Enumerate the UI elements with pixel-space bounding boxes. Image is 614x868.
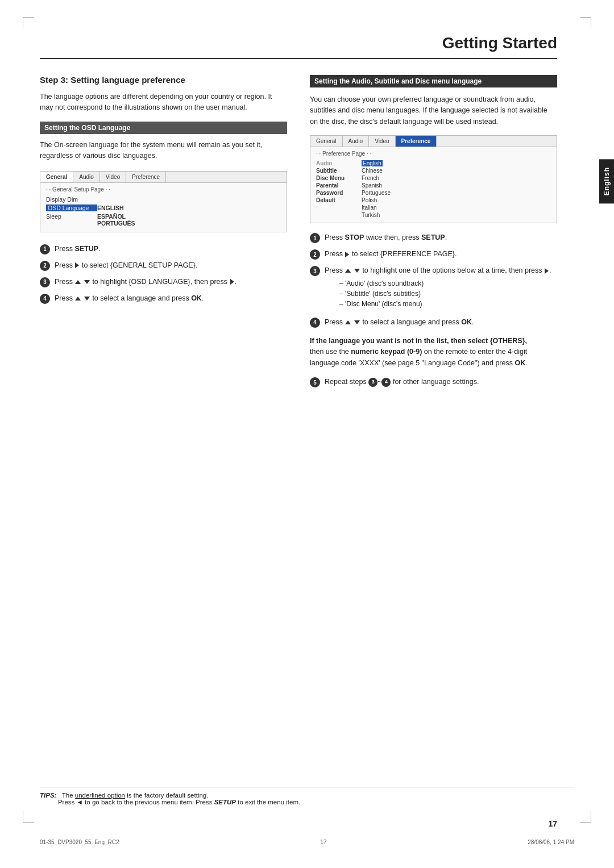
pref-parental-label: Parental — [316, 182, 362, 189]
step-ref-3: 3 — [368, 378, 377, 387]
tab-audio: Audio — [73, 172, 100, 182]
page-number: 17 — [548, 819, 557, 828]
underline-option: underlined option — [75, 792, 125, 799]
left-menu-page-label: · · General Setup Page · · — [46, 186, 281, 193]
pref-row-password: Password Portuguese — [316, 190, 551, 196]
pref-subtitle-value: Chinese — [362, 168, 383, 174]
step-ref-4: 4 — [381, 378, 391, 387]
right-step-number-5: 5 — [310, 377, 320, 387]
right-step-2: 2 Press to select {PREFERENCE PAGE}. — [310, 249, 557, 260]
left-steps: 1 Press SETUP. 2 Press to select {GENERA… — [40, 244, 287, 304]
pref-empty-label-1 — [316, 205, 362, 211]
english-tab: English — [599, 159, 614, 203]
left-column: Step 3: Setting language preference The … — [40, 75, 287, 393]
pref-turkish-value: Turkish — [362, 212, 380, 218]
tips-label: TIPS: — [40, 792, 56, 799]
right-step-text-5: Repeat steps 3~4 for other language sett… — [325, 377, 557, 387]
left-menu-row-osd: OSD Language ENGLISH — [46, 205, 281, 211]
pref-disc-menu-label: Disc Menu — [316, 175, 362, 181]
pref-audio-value: English — [362, 160, 383, 166]
left-menu-tabs: General Audio Video Preference — [40, 172, 287, 183]
right-menu-tabs: General Audio Video Preference — [310, 136, 557, 147]
step-text-1: Press SETUP. — [55, 244, 287, 254]
main-content: Step 3: Setting language preference The … — [40, 75, 557, 393]
tips-section: TIPS: The underlined option is the facto… — [40, 787, 574, 806]
right-step-text-2: Press to select {PREFERENCE PAGE}. — [325, 249, 557, 260]
step-text-4: Press to select a language and press OK. — [55, 293, 287, 304]
left-step-4: 4 Press to select a language and press O… — [40, 293, 287, 304]
pref-row-audio: Audio English — [316, 160, 551, 166]
right-step-number-2: 2 — [310, 249, 320, 260]
left-intro-text: The language options are different depen… — [40, 91, 287, 114]
page: English Getting Started Step 3: Setting … — [0, 0, 614, 868]
right-step-text-1: Press STOP twice then, press SETUP. — [325, 232, 557, 243]
footer-left: 01-35_DVP3020_55_Eng_RC2 — [40, 839, 119, 845]
corner-tr — [580, 17, 591, 28]
corner-tl — [23, 17, 34, 28]
left-setup-menu: General Audio Video Preference · · Gener… — [40, 171, 287, 232]
left-menu-row-display: Display Dim — [46, 196, 281, 203]
pref-row-disc-menu: Disc Menu French — [316, 175, 551, 181]
right-section-heading: Setting the Audio, Subtitle and Disc men… — [310, 75, 557, 87]
right-intro-text: You can choose your own preferred langua… — [310, 94, 557, 127]
left-step-1: 1 Press SETUP. — [40, 244, 287, 254]
left-menu-body: · · General Setup Page · · Display Dim O… — [40, 183, 287, 232]
info-heading: If the language you want is not in the l… — [310, 337, 527, 345]
step-number-3: 3 — [40, 277, 50, 287]
display-dim-label: Display Dim — [46, 196, 97, 203]
bullet-disc-menu: 'Disc Menu' (disc's menu) — [339, 299, 557, 309]
corner-bl — [23, 811, 34, 823]
right-step5-list: 5 Repeat steps 3~4 for other language se… — [310, 377, 557, 387]
pref-row-parental: Parental Spanish — [316, 182, 551, 189]
step-number-2: 2 — [40, 261, 50, 271]
right-step-text-4: Press to select a language and press OK. — [325, 317, 557, 328]
info-box: If the language you want is not in the l… — [310, 336, 557, 369]
right-step-5: 5 Repeat steps 3~4 for other language se… — [310, 377, 557, 387]
sleep-value: ESPAÑOLPORTUGUÊS — [97, 213, 135, 227]
pref-password-value: Portuguese — [362, 190, 391, 196]
step-text-2: Press to select {GENERAL SETUP PAGE}. — [55, 260, 287, 271]
right-tab-audio: Audio — [343, 136, 370, 147]
tab-video: Video — [100, 172, 126, 182]
right-step-3: 3 Press to highlight one of the options … — [310, 265, 557, 311]
pref-row-subtitle: Subtitle Chinese — [316, 168, 551, 174]
step-text-3: Press to highlight {OSD LANGUAGE}, then … — [55, 277, 287, 287]
footer: 01-35_DVP3020_55_Eng_RC2 17 28/06/06, 1:… — [40, 839, 574, 845]
osd-language-value: ENGLISH — [97, 205, 124, 211]
footer-center: 17 — [320, 839, 326, 845]
pref-row-turkish: Turkish — [316, 212, 551, 218]
left-step-3: 3 Press to highlight {OSD LANGUAGE}, the… — [40, 277, 287, 287]
right-step-number-4: 4 — [310, 318, 320, 328]
left-menu-row-sleep: Sleep ESPAÑOLPORTUGUÊS — [46, 213, 281, 227]
left-section-heading: Step 3: Setting language preference — [40, 75, 287, 85]
right-steps: 1 Press STOP twice then, press SETUP. 2 … — [310, 232, 557, 328]
pref-disc-menu-value: French — [362, 175, 379, 181]
right-tab-general: General — [310, 136, 343, 147]
right-tab-video: Video — [369, 136, 395, 147]
bullet-subtitle: 'Subtitle' (disc's subtitles) — [339, 289, 557, 299]
pref-parental-value: Spanish — [362, 182, 382, 189]
tab-preference: Preference — [126, 172, 166, 182]
step-number-4: 4 — [40, 294, 50, 304]
osd-language-label: OSD Language — [46, 205, 97, 211]
osd-subheading: Setting the OSD Language — [40, 122, 287, 134]
pref-empty-label-2 — [316, 212, 362, 218]
right-column: Setting the Audio, Subtitle and Disc men… — [310, 75, 557, 393]
pref-subtitle-label: Subtitle — [316, 168, 362, 174]
step3-bullets: 'Audio' (disc's soundtrack) 'Subtitle' (… — [339, 278, 557, 309]
corner-br — [580, 811, 591, 823]
right-tab-preference: Preference — [396, 136, 437, 147]
pref-audio-label: Audio — [316, 160, 362, 166]
page-title: Getting Started — [40, 34, 557, 59]
osd-body-text: The On-screen language for the system me… — [40, 140, 287, 162]
right-step-text-3: Press to highlight one of the options be… — [325, 265, 557, 311]
right-menu-page-label: · · Preference Page · · — [316, 151, 551, 157]
pref-row-default: Default Polish — [316, 197, 551, 203]
pref-default-value: Polish — [362, 197, 377, 203]
right-step-4: 4 Press to select a language and press O… — [310, 317, 557, 328]
right-step-1: 1 Press STOP twice then, press SETUP. — [310, 232, 557, 243]
pref-password-label: Password — [316, 190, 362, 196]
footer-right: 28/06/06, 1:24 PM — [528, 839, 574, 845]
pref-default-label: Default — [316, 197, 362, 203]
right-setup-menu: General Audio Video Preference · · Prefe… — [310, 135, 557, 223]
